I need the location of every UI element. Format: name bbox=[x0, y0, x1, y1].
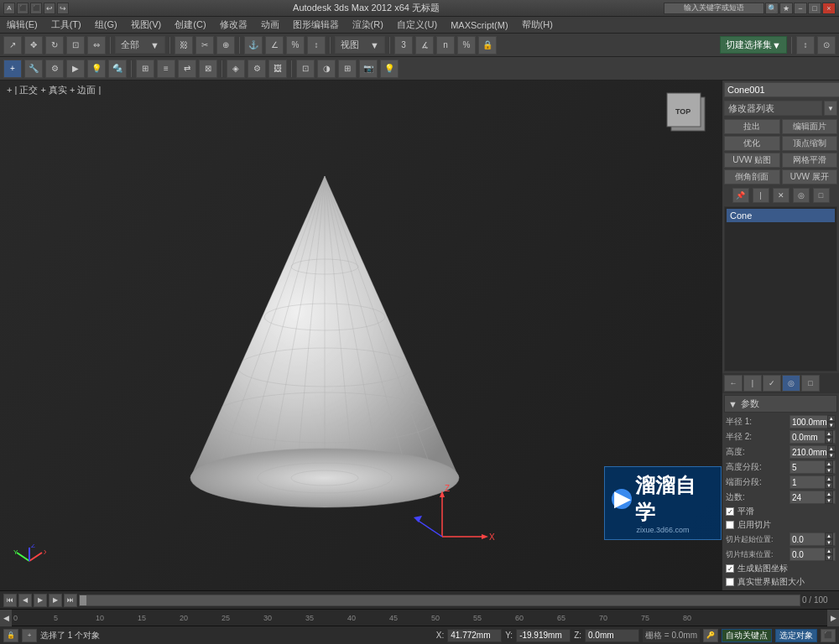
radius2-up[interactable]: ▲ bbox=[825, 430, 833, 437]
coord-x-value[interactable]: 41.772mm bbox=[447, 629, 502, 642]
slice-checkbox[interactable] bbox=[726, 521, 734, 529]
mod-btn-optimize[interactable]: 优化 bbox=[724, 136, 780, 151]
material-editor-btn[interactable]: ◈ bbox=[227, 60, 245, 78]
capsegs-up[interactable]: ▲ bbox=[825, 475, 833, 482]
rotate-btn[interactable]: ↻ bbox=[45, 36, 64, 55]
spinner-snap-btn[interactable]: ↕ bbox=[307, 36, 326, 55]
menu-tools[interactable]: 工具(T) bbox=[48, 17, 85, 33]
sliceto-down[interactable]: ▼ bbox=[825, 554, 833, 561]
timeline-prev-frame[interactable]: ◀ bbox=[18, 594, 32, 607]
status-add-key-btn[interactable]: + bbox=[22, 629, 37, 642]
viewport-gizmo[interactable]: TOP bbox=[663, 89, 713, 139]
viewport-light-btn[interactable]: 💡 bbox=[380, 60, 399, 78]
display-tab[interactable]: 💡 bbox=[87, 60, 106, 78]
menu-edit[interactable]: 编辑(E) bbox=[3, 17, 41, 33]
modify-tab[interactable]: 🔧 bbox=[24, 60, 43, 78]
menu-customize[interactable]: 自定义(U) bbox=[393, 17, 440, 33]
coord-y-value[interactable]: -19.919mm bbox=[516, 629, 571, 642]
panel-tab-square[interactable]: □ bbox=[801, 375, 820, 392]
filter-dropdown[interactable]: 全部 ▼ bbox=[115, 36, 165, 54]
stack-show-btn[interactable]: | bbox=[753, 188, 769, 203]
coord-z-value[interactable]: 0.0mm bbox=[585, 629, 639, 642]
bind-btn[interactable]: ⊕ bbox=[216, 36, 235, 55]
heightsegs-down[interactable]: ▼ bbox=[825, 467, 833, 474]
panel-tab-circle[interactable]: ◎ bbox=[782, 375, 800, 392]
select-btn[interactable]: ↗ bbox=[3, 36, 22, 55]
param-sides-value[interactable]: 24 ▲ ▼ bbox=[789, 491, 836, 504]
select-obj-btn[interactable]: 选定对象 bbox=[775, 629, 817, 642]
star-btn[interactable]: ★ bbox=[779, 3, 793, 14]
tb-redo[interactable]: ↪ bbox=[57, 3, 69, 14]
timeline-bar[interactable] bbox=[79, 595, 800, 606]
unlink-btn[interactable]: ✂ bbox=[195, 36, 214, 55]
mod-btn-uvwunwrap[interactable]: UVW 展开 bbox=[782, 169, 838, 184]
mod-btn-meshsmooth[interactable]: 网格平滑 bbox=[782, 153, 838, 168]
mirror-tb2[interactable]: ⇄ bbox=[178, 60, 196, 78]
angle-snap-btn[interactable]: ∠ bbox=[265, 36, 284, 55]
menu-animation[interactable]: 动画 bbox=[258, 17, 283, 33]
orbit-btn[interactable]: ⊙ bbox=[817, 36, 836, 55]
menu-graph-editor[interactable]: 图形编辑器 bbox=[289, 17, 342, 33]
viewport-shading-btn[interactable]: ◑ bbox=[317, 60, 336, 78]
utility-tab[interactable]: 🔩 bbox=[108, 60, 127, 78]
move-btn[interactable]: ✥ bbox=[24, 36, 43, 55]
realworld-checkbox[interactable] bbox=[726, 578, 734, 586]
hierarchy-tab[interactable]: ⚙ bbox=[45, 60, 64, 78]
link-btn[interactable]: ⛓ bbox=[175, 36, 193, 55]
param-height-value[interactable]: 210.0mm ▲ ▼ bbox=[789, 445, 836, 459]
timeline-goto-start[interactable]: ⏮ bbox=[3, 594, 17, 607]
modifier-list-arrow[interactable]: ▼ bbox=[824, 101, 837, 116]
mod-btn-vertexweld[interactable]: 顶点缩制 bbox=[782, 136, 838, 151]
param-heightsegs-value[interactable]: 5 ▲ ▼ bbox=[789, 460, 836, 474]
render-angle-btn[interactable]: ∡ bbox=[415, 36, 434, 55]
menu-render[interactable]: 渲染(R) bbox=[349, 17, 387, 33]
tb-undo[interactable]: ↩ bbox=[44, 3, 55, 14]
stack-unique-btn[interactable]: □ bbox=[813, 188, 830, 203]
array-btn[interactable]: ⊠ bbox=[199, 60, 217, 78]
move-type-btn[interactable]: ↕ bbox=[796, 36, 815, 55]
render-pct-btn[interactable]: % bbox=[457, 36, 476, 55]
radius2-down[interactable]: ▼ bbox=[825, 437, 833, 444]
smooth-checkbox[interactable] bbox=[726, 507, 734, 516]
panel-tab-check[interactable]: ✓ bbox=[763, 375, 781, 392]
menu-view[interactable]: 视图(V) bbox=[128, 17, 165, 33]
track-numbers[interactable]: 0 5 10 15 20 25 30 35 40 45 50 55 60 65 … bbox=[12, 610, 827, 626]
view-dropdown[interactable]: 视图 ▼ bbox=[335, 36, 385, 54]
slicefrom-up[interactable]: ▲ bbox=[825, 532, 833, 539]
mod-btn-editpatch[interactable]: 编辑面片 bbox=[782, 119, 838, 134]
motion-tab[interactable]: ▶ bbox=[66, 60, 85, 78]
radius1-down[interactable]: ▼ bbox=[827, 422, 836, 428]
heightsegs-up[interactable]: ▲ bbox=[825, 460, 833, 467]
param-slicefrom-value[interactable]: 0.0 ▲ ▼ bbox=[789, 532, 836, 546]
viewport-cam-btn[interactable]: 📷 bbox=[359, 60, 378, 78]
timeline-next-frame[interactable]: ▶ bbox=[49, 594, 62, 607]
stack-item-cone[interactable]: Cone bbox=[727, 209, 835, 222]
status-lock-btn[interactable]: 🔒 bbox=[3, 629, 18, 642]
menu-create[interactable]: 创建(C) bbox=[171, 17, 209, 33]
render-setup-btn[interactable]: ⚙ bbox=[248, 60, 266, 78]
param-capsegs-value[interactable]: 1 ▲ ▼ bbox=[789, 475, 836, 489]
maximize-btn[interactable]: □ bbox=[808, 3, 821, 14]
object-name-input[interactable] bbox=[724, 82, 839, 97]
render-btn[interactable]: 🖼 bbox=[268, 60, 287, 78]
track-scroll-right[interactable]: ▶ bbox=[827, 610, 839, 626]
menu-help[interactable]: 帮助(H) bbox=[519, 17, 556, 33]
timeline-goto-end[interactable]: ⏭ bbox=[64, 594, 77, 607]
param-radius1-value[interactable]: 100.0mm ▲ ▼ bbox=[789, 415, 836, 428]
create-tab[interactable]: + bbox=[3, 60, 22, 78]
render-n-btn[interactable]: n bbox=[436, 36, 455, 55]
minimize-btn[interactable]: − bbox=[794, 3, 807, 14]
auto-key-btn[interactable]: 自动关键点 bbox=[722, 629, 772, 642]
search-bar[interactable]: 输入关键字或短语 bbox=[664, 3, 764, 14]
scale-btn[interactable]: ⊡ bbox=[66, 36, 85, 55]
create-sel-dropdown[interactable]: 切建选择集 ▼ bbox=[720, 36, 787, 54]
render-preview-btn[interactable]: 3 bbox=[394, 36, 413, 55]
snap-btn[interactable]: ⚓ bbox=[244, 36, 263, 55]
search-btn[interactable]: 🔍 bbox=[765, 3, 779, 14]
track-scroll-left[interactable]: ◀ bbox=[0, 610, 12, 626]
height-down[interactable]: ▼ bbox=[827, 452, 836, 459]
menu-modifier[interactable]: 修改器 bbox=[216, 17, 251, 33]
modifier-list-label[interactable]: 修改器列表 bbox=[724, 101, 822, 116]
mod-btn-pullout[interactable]: 拉出 bbox=[724, 119, 780, 134]
sides-up[interactable]: ▲ bbox=[825, 491, 833, 497]
